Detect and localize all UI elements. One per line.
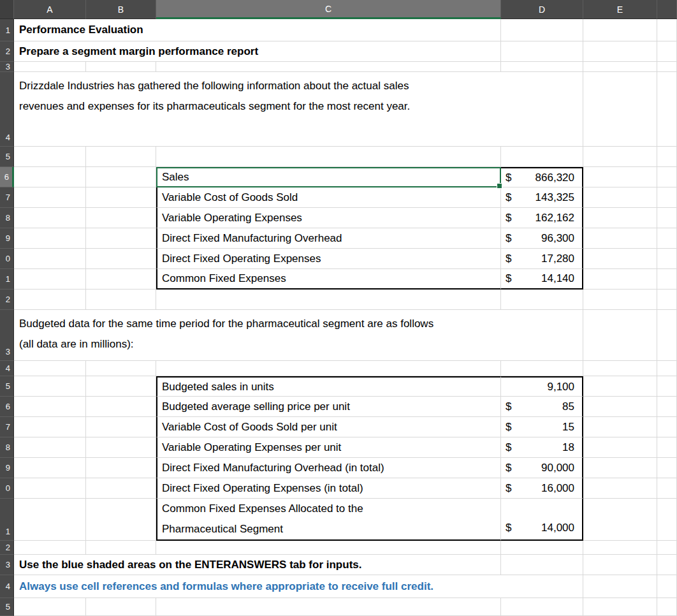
sheet-cell[interactable] — [86, 187, 156, 208]
sheet-cell[interactable] — [583, 397, 657, 417]
sheet-cell[interactable] — [14, 397, 86, 417]
cell-budget-vcogs-value[interactable]: $ 15 — [501, 417, 583, 437]
row-header[interactable]: 1 — [0, 19, 14, 41]
sheet-cell[interactable] — [156, 147, 501, 167]
row-header[interactable]: 8 — [0, 437, 14, 458]
select-all-corner[interactable] — [0, 0, 14, 19]
row-header[interactable]: 6 — [0, 397, 14, 417]
sheet-cell[interactable] — [583, 310, 657, 361]
sheet-cell[interactable] — [657, 499, 677, 541]
sheet-cell[interactable] — [583, 417, 657, 437]
cell-budget-dfmoh-label[interactable]: Direct Fixed Manufacturing Overhead (in … — [156, 458, 501, 478]
column-header[interactable]: D — [501, 0, 583, 19]
sheet-cell[interactable] — [86, 541, 156, 555]
sheet-cell[interactable] — [583, 290, 657, 310]
cell-intro-paragraph[interactable]: Drizzdale Industries has gathered the fo… — [14, 72, 583, 147]
sheet-cell[interactable] — [657, 290, 677, 310]
sheet-cell[interactable] — [86, 458, 156, 478]
sheet-cell[interactable] — [657, 187, 677, 208]
cell-budget-intro[interactable]: Budgeted data for the same time period f… — [14, 310, 583, 361]
sheet-cell[interactable] — [156, 62, 501, 72]
sheet-cell[interactable] — [14, 376, 86, 397]
sheet-cell[interactable] — [14, 437, 86, 458]
sheet-cell[interactable] — [657, 310, 677, 361]
cell-budget-vcogs-label[interactable]: Variable Cost of Goods Sold per unit — [156, 417, 501, 437]
sheet-cell[interactable] — [86, 249, 156, 269]
sheet-cell[interactable] — [583, 147, 657, 167]
sheet-cell[interactable] — [86, 269, 156, 290]
row-header[interactable]: 3 — [0, 62, 14, 72]
sheet-cell[interactable] — [657, 555, 677, 575]
cell-budget-dfmoh-value[interactable]: $ 90,000 — [501, 458, 583, 478]
sheet-cell[interactable] — [657, 269, 677, 290]
sheet-cell[interactable] — [583, 376, 657, 397]
cell-dfmoh-label[interactable]: Direct Fixed Manufacturing Overhead — [156, 228, 501, 249]
sheet-cell[interactable] — [14, 499, 86, 541]
sheet-cell[interactable] — [14, 598, 86, 616]
sheet-cell[interactable] — [583, 62, 657, 72]
sheet-cell[interactable] — [86, 290, 156, 310]
row-header[interactable]: 5 — [0, 147, 14, 167]
column-header[interactable]: E — [583, 0, 657, 19]
cell-budget-cfe-value[interactable]: $ 14,000 — [501, 499, 583, 541]
row-header[interactable]: 2 — [0, 41, 14, 62]
row-header[interactable]: 3 — [0, 555, 14, 575]
sheet-cell[interactable] — [156, 598, 501, 616]
sheet-cell[interactable] — [657, 437, 677, 458]
row-header[interactable]: 4 — [0, 361, 14, 376]
sheet-cell[interactable] — [583, 499, 657, 541]
cell-budget-vopex-value[interactable]: $ 18 — [501, 437, 583, 458]
sheet-cell[interactable] — [583, 361, 657, 376]
cell-dfopex-label[interactable]: Direct Fixed Operating Expenses — [156, 249, 501, 269]
sheet-cell[interactable] — [156, 290, 501, 310]
sheet-cell[interactable] — [86, 598, 156, 616]
column-header[interactable]: B — [86, 0, 156, 19]
row-header[interactable]: 9 — [0, 228, 14, 249]
sheet-cell[interactable] — [657, 19, 677, 41]
sheet-cell[interactable] — [501, 361, 583, 376]
sheet-cell[interactable] — [583, 478, 657, 499]
sheet-cell[interactable] — [583, 228, 657, 249]
sheet-cell[interactable] — [583, 19, 657, 41]
sheet-cell[interactable] — [86, 361, 156, 376]
sheet-cell[interactable] — [14, 228, 86, 249]
sheet-cell[interactable] — [14, 62, 86, 72]
sheet-cell[interactable] — [86, 62, 156, 72]
sheet-cell[interactable] — [657, 417, 677, 437]
fill-handle[interactable] — [497, 183, 502, 189]
row-header[interactable]: 1 — [0, 499, 14, 541]
sheet-cell[interactable] — [657, 397, 677, 417]
sheet-cell[interactable] — [156, 541, 501, 555]
sheet-cell[interactable] — [14, 167, 86, 187]
sheet-cell[interactable] — [657, 228, 677, 249]
sheet-cell[interactable] — [657, 361, 677, 376]
sheet-cell[interactable] — [14, 187, 86, 208]
sheet-cell[interactable] — [583, 187, 657, 208]
sheet-cell[interactable] — [501, 62, 583, 72]
sheet-cell[interactable] — [583, 555, 657, 575]
sheet-cell[interactable] — [657, 167, 677, 187]
sheet-cell[interactable] — [583, 72, 657, 147]
sheet-cell[interactable] — [501, 541, 583, 555]
sheet-cell[interactable] — [14, 417, 86, 437]
sheet-cell[interactable] — [86, 478, 156, 499]
sheet-cell[interactable] — [86, 499, 156, 541]
cell-dfmoh-value[interactable]: $ 96,300 — [501, 228, 583, 249]
row-header[interactable]: 8 — [0, 208, 14, 228]
cell-vopex-value[interactable]: $ 162,162 — [501, 208, 583, 228]
sheet-cell[interactable] — [86, 228, 156, 249]
sheet-cell[interactable] — [583, 575, 657, 598]
sheet-cell[interactable] — [14, 478, 86, 499]
column-header[interactable] — [657, 0, 677, 19]
cell-sales-value[interactable]: $ 866,320 — [501, 167, 583, 187]
column-header[interactable]: A — [14, 0, 86, 19]
sheet-cell[interactable] — [583, 598, 657, 616]
row-header[interactable]: 7 — [0, 187, 14, 208]
sheet-cell[interactable] — [14, 249, 86, 269]
sheet-cell[interactable] — [86, 147, 156, 167]
row-header[interactable]: 5 — [0, 376, 14, 397]
sheet-cell[interactable] — [657, 41, 677, 62]
row-header[interactable]: 3 — [0, 310, 14, 361]
row-header[interactable]: 0 — [0, 249, 14, 269]
sheet-cell[interactable] — [583, 167, 657, 187]
